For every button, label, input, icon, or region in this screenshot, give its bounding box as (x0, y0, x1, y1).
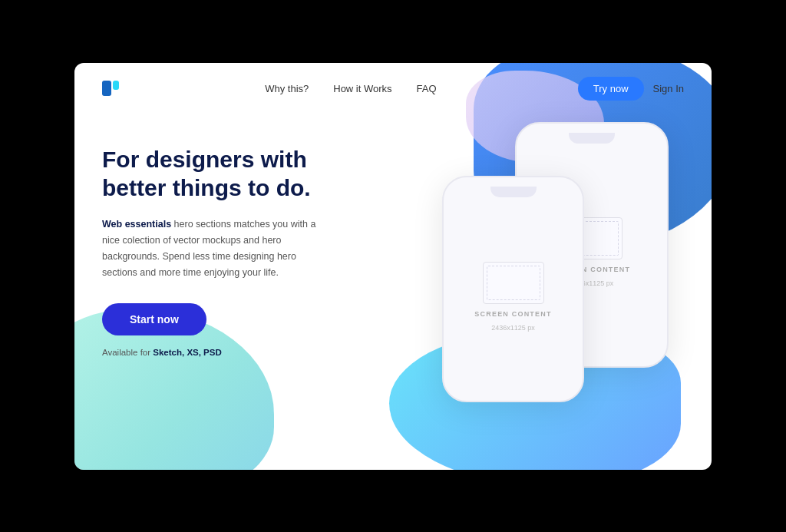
hero-title: For designers with better things to do. (102, 145, 346, 203)
svg-rect-1 (113, 81, 119, 90)
available-prefix: Available for (102, 348, 153, 357)
nav-links: Why this? How it Works FAQ (265, 83, 436, 94)
phone-front-screen: SCREEN CONTENT 2436x1125 px (474, 262, 551, 332)
available-text: Available for Sketch, XS, PSD (102, 348, 346, 357)
screen-rect-front (483, 262, 544, 304)
hero-description-bold: Web essentials (102, 219, 171, 230)
nav-actions: Try now Sign In (578, 77, 684, 101)
logo-icon (102, 78, 124, 99)
try-now-button[interactable]: Try now (578, 77, 644, 101)
page-wrapper: Why this? How it Works FAQ Try now Sign … (74, 63, 712, 470)
hero-left: For designers with better things to do. … (102, 130, 346, 357)
start-now-button[interactable]: Start now (102, 303, 206, 335)
phone-front: SCREEN CONTENT 2436x1125 px (442, 176, 584, 402)
hero-right: SCREEN CONTENT 2436x1125 px SCREEN CONTE… (346, 130, 684, 449)
navbar: Why this? How it Works FAQ Try now Sign … (74, 63, 712, 114)
available-tools: Sketch, XS, PSD (153, 348, 221, 357)
sign-in-button[interactable]: Sign In (653, 83, 684, 94)
screen-size-front: 2436x1125 px (491, 324, 535, 332)
nav-link-faq[interactable]: FAQ (417, 83, 437, 94)
logo (102, 78, 124, 99)
screen-label-front: SCREEN CONTENT (474, 310, 551, 318)
hero-description: Web essentials hero sections matches you… (102, 216, 317, 282)
nav-link-how-it-works[interactable]: How it Works (333, 83, 391, 94)
svg-rect-0 (102, 81, 111, 96)
hero-section: For designers with better things to do. … (74, 114, 712, 470)
nav-link-why-this[interactable]: Why this? (265, 83, 309, 94)
